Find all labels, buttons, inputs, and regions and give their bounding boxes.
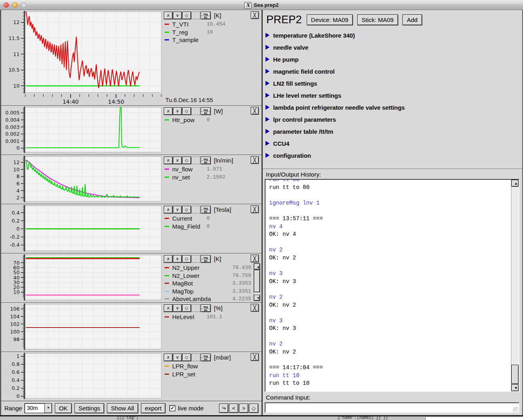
add-button[interactable]: Add xyxy=(402,14,422,25)
chart-close-button[interactable]: ╳ xyxy=(251,11,259,19)
chart-zoom-button[interactable]: ◇ xyxy=(182,107,191,115)
expander-triangle-icon[interactable] xyxy=(266,69,270,74)
chart-scroll-down-button[interactable]: ∨ xyxy=(173,157,182,164)
series-color-dash-icon xyxy=(165,291,169,292)
chart-zoom-disabled-button[interactable]: ◇ xyxy=(191,354,200,361)
chart-scroll-up-button[interactable]: ∧ xyxy=(164,157,173,164)
expander-triangle-icon[interactable] xyxy=(266,57,270,62)
chart-scroll-down-button[interactable]: ∨ xyxy=(173,206,182,213)
chart-zoom-button[interactable]: ◇ xyxy=(182,255,191,263)
chart-close-button[interactable]: ╳ xyxy=(251,107,259,115)
prep2-item-list: temperature (LakeShore 340)needle valveH… xyxy=(263,29,522,161)
resize-grip-icon[interactable] xyxy=(513,407,518,412)
chart-zoom-button[interactable]: ◇ xyxy=(182,206,191,213)
sidebar-item-ln2[interactable]: LN2 fill settings xyxy=(263,77,522,89)
show-all-button[interactable]: Show All xyxy=(107,403,138,413)
chart-zoom-disabled-button[interactable]: ◇ xyxy=(191,12,200,19)
chart-loglin-button[interactable]: loglin xyxy=(201,12,211,19)
chart-scroll-up-button[interactable]: ∧ xyxy=(164,304,173,312)
expander-triangle-icon[interactable] xyxy=(266,105,270,110)
chart-scroll-down-button[interactable]: ∨ xyxy=(173,304,182,312)
chart-close-button[interactable]: ╳ xyxy=(251,304,259,311)
expander-triangle-icon[interactable] xyxy=(266,93,270,98)
sidebar-item-lpr[interactable]: lpr control parameters xyxy=(263,113,522,125)
sidebar-item-needle[interactable]: needle valve xyxy=(263,41,522,53)
return-icon: ↵ xyxy=(221,404,226,412)
live-mode-checkbox[interactable]: ✓ xyxy=(169,405,175,411)
settings-button[interactable]: Settings xyxy=(74,403,104,413)
sidebar-item-ccu4[interactable]: CCU4 xyxy=(263,137,522,149)
chart-loglin-button[interactable]: loglin xyxy=(201,107,211,115)
expand-nav-button[interactable]: ◇ xyxy=(249,404,258,413)
chart-scroll-down-button[interactable]: ∨ xyxy=(173,12,182,19)
sidebar-item-he[interactable]: He pump xyxy=(263,53,522,65)
expander-triangle-icon[interactable] xyxy=(266,81,270,86)
history-line xyxy=(269,207,519,215)
chart-scroll-up-button[interactable]: ∧ xyxy=(164,12,173,19)
chart-close-button[interactable]: ╳ xyxy=(251,255,259,262)
chart-scroll-down-button[interactable]: ∨ xyxy=(173,354,182,361)
scrollbar-thumb[interactable] xyxy=(511,365,519,384)
sidebar-item-magnetic[interactable]: magnetic field control xyxy=(263,65,522,77)
legend-scrollbar[interactable]: ▲▼ xyxy=(253,263,260,301)
sidebar-item-parameter[interactable]: parameter table /tt/tm xyxy=(263,125,522,137)
chart-zoom-disabled-button[interactable]: ◇ xyxy=(191,255,200,263)
chart-scroll-down-button[interactable]: ∨ xyxy=(173,255,182,263)
device-button[interactable]: Device: MA09 xyxy=(307,14,353,25)
expander-triangle-icon[interactable] xyxy=(266,129,270,134)
chart-zoom-disabled-button[interactable]: ◇ xyxy=(191,107,200,115)
scroll-down-arrow-icon[interactable]: ▼ xyxy=(511,384,519,391)
chart-toolbar: ∧∨◇◇loglin[K] xyxy=(164,11,221,19)
chart-close-button[interactable]: ╳ xyxy=(251,156,259,164)
expander-triangle-icon[interactable] xyxy=(266,33,270,38)
chart-scroll-up-button[interactable]: ∧ xyxy=(164,107,173,115)
chart-zoom-disabled-button[interactable]: ◇ xyxy=(191,157,200,164)
series-color-dash-icon xyxy=(165,177,169,178)
scroll-down-arrow-icon[interactable]: ▼ xyxy=(254,295,260,301)
expander-triangle-icon[interactable] xyxy=(266,117,270,122)
next-nav-button[interactable]: > xyxy=(239,404,248,413)
command-input[interactable] xyxy=(265,402,519,413)
sidebar-item-temperature[interactable]: temperature (LakeShore 340) xyxy=(263,29,522,41)
chart-scroll-down-button[interactable]: ∨ xyxy=(173,107,182,115)
prev-nav-button[interactable]: < xyxy=(229,404,238,413)
scroll-up-arrow-icon[interactable]: ▲ xyxy=(254,263,260,269)
scrollbar-thumb[interactable] xyxy=(254,270,260,292)
chart-loglin-button[interactable]: loglin xyxy=(201,255,211,263)
sidebar-item-configuration[interactable]: configuration xyxy=(263,149,522,161)
chart-zoom-button[interactable]: ◇ xyxy=(182,157,191,164)
range-dropdown[interactable]: 30m ▼ xyxy=(24,403,52,413)
y-tick-label: 2 xyxy=(16,195,20,201)
chevron-down-icon[interactable]: ▼ xyxy=(44,404,52,413)
loglin-log-label: log xyxy=(201,207,210,210)
chart-scroll-up-button[interactable]: ∧ xyxy=(164,354,173,361)
stick-button[interactable]: Stick: MA09 xyxy=(357,14,398,25)
chart-close-button[interactable]: ╳ xyxy=(251,353,259,361)
chart-unit-label: [K] xyxy=(214,255,221,262)
io-history-box[interactable]: run tt 80run tt to 80 ignoreMsg lnv 1 ==… xyxy=(265,179,519,392)
chart-loglin-button[interactable]: loglin xyxy=(201,304,211,312)
chart-scroll-up-button[interactable]: ∧ xyxy=(164,206,173,213)
chart-loglin-button[interactable]: loglin xyxy=(201,354,211,361)
chart-loglin-button[interactable]: loglin xyxy=(201,206,211,213)
sidebar-item-label: lpr control parameters xyxy=(273,116,336,123)
history-scrollbar[interactable]: ▲ ▼ xyxy=(511,180,519,391)
chart-loglin-button[interactable]: loglin xyxy=(201,157,211,164)
sidebar-item-lambda[interactable]: lambda point refrigerator needle valve s… xyxy=(263,101,522,113)
ok-button[interactable]: OK xyxy=(55,403,72,413)
return-nav-button[interactable]: ↵ xyxy=(219,404,228,413)
export-button[interactable]: export xyxy=(141,403,166,413)
chart-zoom-disabled-button[interactable]: ◇ xyxy=(191,304,200,312)
chart-zoom-button[interactable]: ◇ xyxy=(182,304,191,312)
sidebar-item-lhe[interactable]: LHe level meter settings xyxy=(263,89,522,101)
chart-scroll-up-button[interactable]: ∧ xyxy=(164,255,173,263)
chart-zoom-button[interactable]: ◇ xyxy=(182,354,191,361)
expander-triangle-icon[interactable] xyxy=(266,141,270,146)
expander-triangle-icon[interactable] xyxy=(266,45,270,50)
expander-triangle-icon[interactable] xyxy=(266,153,270,158)
chart-zoom-disabled-button[interactable]: ◇ xyxy=(191,206,200,213)
scroll-up-arrow-icon[interactable]: ▲ xyxy=(511,180,519,187)
chart-zoom-button[interactable]: ◇ xyxy=(182,12,191,19)
history-line xyxy=(269,333,519,341)
chart-close-button[interactable]: ╳ xyxy=(251,205,259,213)
